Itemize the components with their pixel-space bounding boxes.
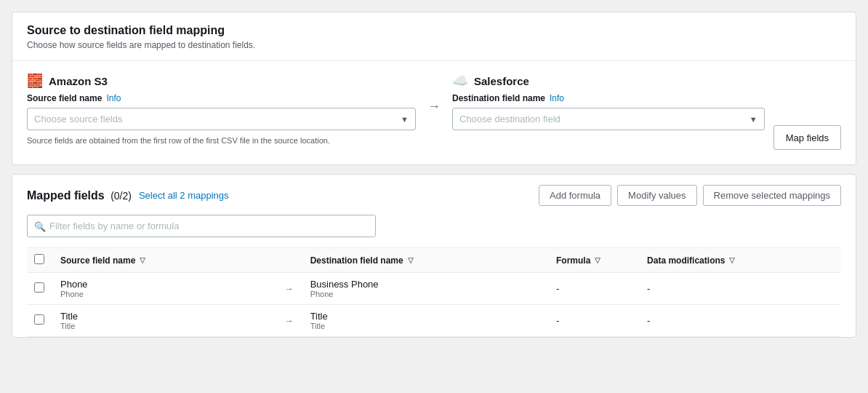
action-buttons: Add formula Modify values Remove selecte…: [539, 185, 841, 206]
dest-service-name: Salesforce: [474, 75, 529, 87]
source-info-link[interactable]: Info: [106, 93, 121, 103]
dest-service-header: ☁️ Salesforce: [452, 73, 841, 89]
th-formula-label: Formula: [556, 255, 590, 266]
table-header: Source field name ▽ Destination field na…: [27, 248, 841, 273]
row-data-mod-1: -: [640, 305, 841, 337]
source-panel: 🧱 Amazon S3 Source field name Info ▼ Cho…: [27, 73, 416, 147]
source-service-name: Amazon S3: [49, 75, 108, 87]
dest-select[interactable]: [452, 108, 765, 130]
th-source-label: Source field name: [60, 255, 135, 266]
source-select-wrapper: ▼ Choose source fields: [27, 108, 416, 130]
mapped-fields-card: Mapped fields (0/2) Select all 2 mapping…: [12, 174, 856, 338]
mapping-section: 🧱 Amazon S3 Source field name Info ▼ Cho…: [12, 61, 856, 164]
th-formula: Formula ▽: [549, 248, 640, 273]
dest-sub-0: Phone: [310, 290, 542, 298]
source-main-1: Title: [60, 311, 270, 322]
remove-mappings-button[interactable]: Remove selected mappings: [703, 185, 841, 206]
mapped-title: Mapped fields (0/2): [27, 189, 132, 202]
th-dest-label: Destination field name: [310, 255, 403, 266]
source-service-header: 🧱 Amazon S3: [27, 73, 416, 89]
th-data-mod-label: Data modifications: [647, 255, 725, 266]
mapped-count: (0/2): [110, 190, 132, 202]
dest-row-wrapper: ▼ Choose destination field Map fields: [452, 108, 841, 150]
right-arrow-icon: →: [427, 99, 441, 114]
header-card: Source to destination field mapping Choo…: [12, 12, 856, 165]
source-dest-row: 🧱 Amazon S3 Source field name Info ▼ Cho…: [27, 73, 841, 150]
dest-info-link[interactable]: Info: [550, 93, 564, 103]
table-body: Phone Phone → Business Phone Phone - - T…: [27, 273, 841, 337]
row-checkbox-1[interactable]: [34, 314, 44, 325]
dest-select-wrapper: ▼ Choose destination field: [452, 108, 765, 130]
source-helper-text: Source fields are obtained from the firs…: [27, 135, 416, 147]
dest-field-label-row: Destination field name Info: [452, 93, 841, 103]
row-checkbox-0[interactable]: [34, 282, 44, 293]
source-sub-1: Title: [60, 322, 270, 330]
search-icon: 🔍: [34, 221, 46, 231]
modify-values-button[interactable]: Modify values: [617, 185, 696, 206]
th-dest: Destination field name ▽: [303, 248, 549, 273]
source-sub-0: Phone: [60, 290, 270, 298]
mapped-header: Mapped fields (0/2) Select all 2 mapping…: [27, 185, 841, 206]
dest-field-label: Destination field name: [452, 93, 545, 103]
mapped-title-text: Mapped fields: [27, 189, 105, 202]
add-formula-button[interactable]: Add formula: [539, 185, 611, 206]
row-dest-0: Business Phone Phone: [303, 273, 549, 305]
source-sort-icon[interactable]: ▽: [140, 256, 145, 264]
amazon-s3-icon: 🧱: [27, 73, 43, 89]
search-wrapper: 🔍: [27, 215, 376, 237]
mappings-table: Source field name ▽ Destination field na…: [27, 247, 841, 337]
th-source: Source field name ▽: [53, 248, 277, 273]
table-row: Title Title → Title Title - -: [27, 305, 841, 337]
page-title: Source to destination field mapping: [27, 24, 841, 37]
page-wrapper: Source to destination field mapping Choo…: [0, 0, 868, 393]
table-row: Phone Phone → Business Phone Phone - -: [27, 273, 841, 305]
dest-sort-icon[interactable]: ▽: [408, 256, 414, 264]
dest-main-1: Title: [310, 311, 542, 322]
salesforce-icon: ☁️: [452, 73, 468, 89]
row-checkbox-cell: [27, 305, 53, 337]
dest-main-0: Business Phone: [310, 279, 542, 290]
card-header: Source to destination field mapping Choo…: [12, 12, 856, 61]
row-source-1: Title Title: [53, 305, 277, 337]
row-arrow-1: →: [277, 305, 303, 337]
search-input[interactable]: [27, 215, 376, 237]
source-field-label: Source field name: [27, 93, 102, 103]
row-formula-1: -: [549, 305, 640, 337]
mapped-title-group: Mapped fields (0/2) Select all 2 mapping…: [27, 189, 229, 202]
mapped-section: Mapped fields (0/2) Select all 2 mapping…: [12, 175, 856, 337]
th-checkbox: [27, 248, 53, 273]
row-checkbox-cell: [27, 273, 53, 305]
row-source-0: Phone Phone: [53, 273, 277, 305]
formula-sort-icon[interactable]: ▽: [595, 256, 600, 264]
row-arrow-0: →: [277, 273, 303, 305]
source-main-0: Phone: [60, 279, 270, 290]
select-all-link[interactable]: Select all 2 mappings: [139, 190, 229, 201]
source-field-label-row: Source field name Info: [27, 93, 416, 103]
dest-panel: ☁️ Salesforce Destination field name Inf…: [452, 73, 841, 150]
row-data-mod-0: -: [640, 273, 841, 305]
page-subtitle: Choose how source fields are mapped to d…: [27, 40, 841, 50]
dest-sub-1: Title: [310, 322, 542, 330]
row-dest-1: Title Title: [303, 305, 549, 337]
th-arrow-spacer: [277, 248, 303, 273]
select-all-checkbox[interactable]: [34, 254, 44, 264]
source-select[interactable]: [27, 108, 416, 130]
th-data-mod: Data modifications ▽: [640, 248, 841, 273]
data-mod-sort-icon[interactable]: ▽: [729, 256, 735, 264]
row-formula-0: -: [549, 273, 640, 305]
map-fields-button[interactable]: Map fields: [773, 125, 841, 150]
arrow-connector: →: [416, 99, 452, 114]
